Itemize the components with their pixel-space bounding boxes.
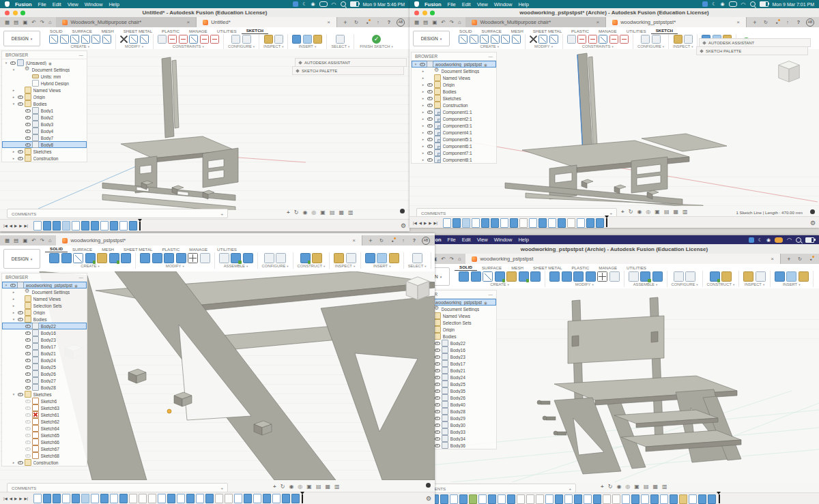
zoom-window-icon[interactable] [20,10,25,15]
browser-tree-item[interactable]: Component2:1 [412,115,496,122]
ribbon-group-icons[interactable] [459,35,521,44]
ribbon-group-icons[interactable] [674,35,693,44]
visibility-eye-icon[interactable] [18,391,23,397]
timeline-feature-chip[interactable] [517,494,525,504]
ribbon-tab[interactable]: SHEET METAL [119,247,157,252]
menubar-status-icon[interactable] [319,1,328,7]
nav-tool-icon[interactable] [306,484,312,490]
ribbon-tab[interactable]: MESH [97,29,119,34]
menubar-status-icon[interactable] [775,237,783,243]
menubar-item[interactable]: Window [494,237,513,243]
timeline-feature-chip[interactable] [519,218,528,228]
visibility-eye-icon[interactable] [427,157,433,162]
visibility-eye-icon[interactable] [25,337,31,342]
timeline-feature-chip[interactable] [584,494,592,504]
ribbon-group[interactable]: INSPECT▾ [739,271,771,287]
ribbon-group-icons[interactable] [334,253,356,263]
ribbon-group-icons[interactable] [775,271,809,282]
ribbon-tab[interactable]: MESH [506,265,528,271]
ribbon-group-icons[interactable] [549,271,620,282]
tabbar-tool-icon[interactable] [432,19,437,25]
user-presence-icon[interactable] [810,209,815,214]
ribbon-group[interactable]: INSPECT▾ [330,252,361,269]
sketch-palette[interactable]: SKETCH PALETTE [696,46,808,55]
expand-arrow-icon[interactable] [12,392,16,396]
visibility-eye-icon[interactable] [427,102,433,108]
nav-tool-icon[interactable] [608,484,613,490]
visibility-eye-icon[interactable] [25,419,31,424]
timeline-feature-chip[interactable] [81,494,89,503]
ribbon-group[interactable]: CREATE▾ [45,34,116,49]
document-tab[interactable]: woodworking_pstpstpst* × [606,17,747,27]
ribbon-tab[interactable]: SURFACE [477,265,506,271]
browser-tree-item[interactable]: Named Views [2,295,87,302]
timeline-feature-chip[interactable] [62,494,70,503]
timeline-feature-chip[interactable] [253,494,261,503]
visibility-eye-icon[interactable] [18,101,23,106]
ribbon-tab[interactable]: SKETCH [651,28,678,34]
visibility-eye-icon[interactable] [435,409,440,414]
timeline-marker[interactable] [139,222,141,231]
visibility-eye-icon[interactable] [18,310,23,315]
expand-arrow-icon[interactable] [421,123,425,128]
comments-bar[interactable]: COMMENTS+ [416,484,576,493]
close-tab-icon[interactable]: × [771,256,774,262]
browser-tree-item[interactable]: Origin [412,81,496,88]
browser-tree-item[interactable]: Sketch62 [2,418,87,425]
ribbon-tab[interactable]: SOLID [45,29,68,34]
nav-tool-icon[interactable] [644,484,649,490]
ribbon-group[interactable]: MODIFY▾ [136,252,215,269]
timeline-feature-chip[interactable] [558,218,566,228]
browser-tree-item[interactable]: Sketch61 [2,411,87,418]
menubar-item[interactable]: Fusion [425,1,442,8]
timeline-feature-chip[interactable] [148,494,156,503]
timeline-feature-chip[interactable] [440,494,448,504]
visibility-eye-icon[interactable] [18,316,23,322]
ribbon-group[interactable]: CONSTRUCT▾ [293,252,330,269]
timeline-feature-chip[interactable] [443,218,451,228]
nav-tool-icon[interactable] [637,209,642,215]
visibility-eye-icon[interactable] [435,368,440,373]
ribbon-tab[interactable]: PLASTIC [566,29,594,34]
menubar-item[interactable]: Fusion [15,1,32,8]
nav-tool-icon[interactable] [634,484,640,490]
ribbon-tab[interactable]: UTILITIES [212,247,242,252]
nav-tool-icon[interactable] [311,209,316,216]
user-presence-icon[interactable] [426,483,431,488]
tabbar-tool-icon[interactable] [414,19,419,25]
timeline-feature-chip[interactable] [53,494,61,503]
ribbon-group[interactable]: ASSEMBLE▾ [624,271,667,287]
menubar-item[interactable]: View [68,1,78,8]
timeline-feature-chip[interactable] [472,218,480,228]
tabbar-action-icon[interactable] [364,19,371,26]
expand-arrow-icon[interactable] [12,95,16,99]
ribbon-tab[interactable]: SOLID [455,29,477,34]
tabbar-tool-icon[interactable] [40,19,44,25]
timeline-feature-chip[interactable] [43,494,51,503]
menubar-status-icon[interactable] [741,1,746,8]
close-tab-icon[interactable]: × [187,19,190,25]
minimize-window-icon[interactable] [422,10,427,15]
browser-tree-item[interactable]: Construction [2,155,87,162]
menubar-status-icon[interactable] [750,1,756,7]
browser-tree-item[interactable]: Body1 [2,107,87,114]
browser-tree-item[interactable]: Sketch67 [2,445,87,452]
timeline-feature-chip[interactable] [72,221,80,231]
ribbon-group[interactable]: INSERT▾ [361,252,404,269]
timeline-feature-chip[interactable] [670,494,678,504]
timeline-feature-chip[interactable] [459,494,468,504]
visibility-eye-icon[interactable] [25,357,31,363]
visibility-eye-icon[interactable] [25,426,31,431]
browser-tree-item[interactable]: Named Views [412,74,496,81]
visibility-eye-icon[interactable] [435,443,440,448]
ribbon-group-icons[interactable] [743,271,766,282]
window-titlebar[interactable]: woodworking_pstpstpst* (Archie) - Autode… [410,8,819,18]
timeline-feature-chip[interactable] [538,218,547,228]
timeline-feature-chip[interactable] [498,494,506,504]
nav-tool-icon[interactable] [652,484,658,490]
nav-tool-icon[interactable] [601,484,604,490]
menubar-item[interactable]: Help [518,1,528,8]
menubar-item[interactable]: Edit [53,1,61,8]
expand-arrow-icon[interactable] [12,68,16,72]
ribbon-group-icons[interactable] [459,271,541,282]
